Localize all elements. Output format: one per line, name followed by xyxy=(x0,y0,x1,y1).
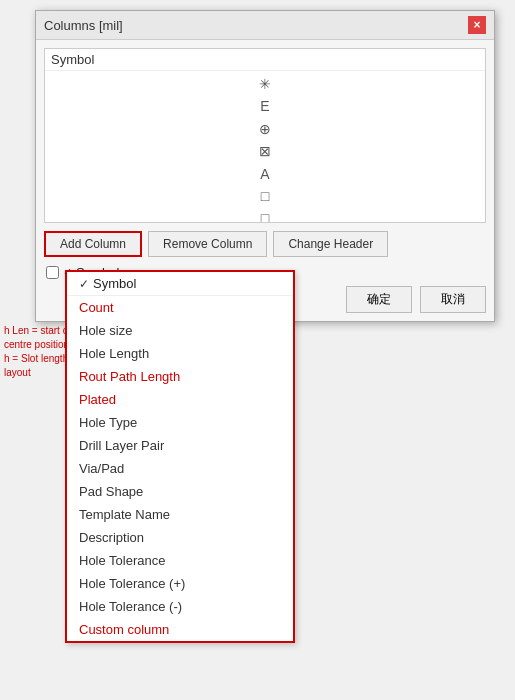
cancel-button[interactable]: 取消 xyxy=(420,286,486,313)
symbol-item-4: ⊠ xyxy=(259,140,271,162)
remove-column-button[interactable]: Remove Column xyxy=(148,231,267,257)
dropdown-item-rout-path-length[interactable]: Rout Path Length xyxy=(67,365,293,388)
ok-button[interactable]: 确定 xyxy=(346,286,412,313)
dialog-overlay: Columns [mil] × Symbol ✳ E ⊕ ⊠ A □ □ ◇ ✛… xyxy=(0,0,515,700)
symbol-item-3: ⊕ xyxy=(259,118,271,140)
symbol-item-2: E xyxy=(260,95,269,117)
dropdown-header-item[interactable]: ✓ Symbol xyxy=(67,272,293,296)
dropdown-item-pad-shape[interactable]: Pad Shape xyxy=(67,480,293,503)
dropdown-menu[interactable]: ✓ Symbol Count Hole size Hole Length Rou… xyxy=(65,270,295,643)
dropdown-item-via-pad[interactable]: Via/Pad xyxy=(67,457,293,480)
add-column-button[interactable]: Add Column xyxy=(44,231,142,257)
button-row: Add Column Remove Column Change Header xyxy=(44,231,486,257)
symbol-chars-list: ✳ E ⊕ ⊠ A □ □ ◇ ✛ ∧ xyxy=(45,71,485,223)
dialog-title: Columns [mil] xyxy=(44,18,123,33)
dropdown-item-drill-layer-pair[interactable]: Drill Layer Pair xyxy=(67,434,293,457)
dropdown-item-hole-tolerance-minus[interactable]: Hole Tolerance (-) xyxy=(67,595,293,618)
dropdown-item-hole-length[interactable]: Hole Length xyxy=(67,342,293,365)
dropdown-item-hole-tolerance-plus[interactable]: Hole Tolerance (+) xyxy=(67,572,293,595)
close-button[interactable]: × xyxy=(468,16,486,34)
dropdown-header-label: Symbol xyxy=(93,276,136,291)
symbol-item-6: □ xyxy=(261,185,269,207)
dropdown-item-description[interactable]: Description xyxy=(67,526,293,549)
dialog-titlebar: Columns [mil] × xyxy=(36,11,494,40)
symbol-checkbox[interactable] xyxy=(46,266,59,279)
dropdown-item-custom-column[interactable]: Custom column xyxy=(67,618,293,641)
change-header-button[interactable]: Change Header xyxy=(273,231,388,257)
checkmark-icon: ✓ xyxy=(79,277,89,291)
symbol-item-1: ✳ xyxy=(259,73,271,95)
symbol-item-7: □ xyxy=(261,207,269,223)
list-box-header: Symbol xyxy=(45,49,485,71)
dropdown-item-plated[interactable]: Plated xyxy=(67,388,293,411)
dropdown-item-hole-tolerance[interactable]: Hole Tolerance xyxy=(67,549,293,572)
column-list-box[interactable]: Symbol ✳ E ⊕ ⊠ A □ □ ◇ ✛ ∧ xyxy=(44,48,486,223)
dropdown-item-count[interactable]: Count xyxy=(67,296,293,319)
symbol-item-5: A xyxy=(260,163,269,185)
dropdown-item-hole-size[interactable]: Hole size xyxy=(67,319,293,342)
dropdown-item-hole-type[interactable]: Hole Type xyxy=(67,411,293,434)
dropdown-item-template-name[interactable]: Template Name xyxy=(67,503,293,526)
